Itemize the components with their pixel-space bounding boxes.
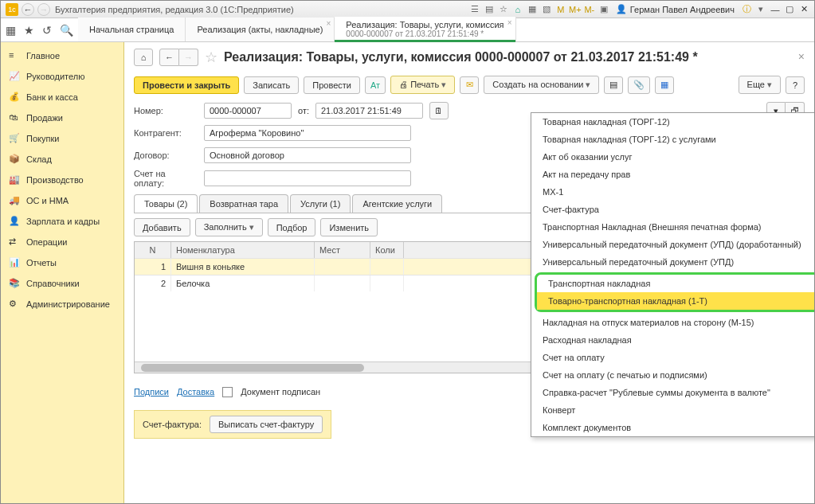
tb-icon-5[interactable]: ▦ (526, 3, 539, 16)
minimize-button[interactable]: — (768, 3, 782, 16)
history-icon[interactable]: ↺ (42, 24, 52, 37)
tb-icon-1[interactable]: ☰ (468, 3, 481, 16)
tb-m-icon[interactable]: M (554, 3, 567, 16)
struct-button[interactable]: ▤ (604, 76, 623, 94)
sidebar-item-admin[interactable]: ⚙Администрирование (1, 294, 123, 315)
col-nom[interactable]: Номенклатура (171, 242, 315, 258)
dd-item-ttn[interactable]: Товарно-транспортная накладная (1-Т) (537, 292, 814, 310)
tab-realization-list[interactable]: Реализация (акты, накладные)× (186, 18, 335, 41)
tb-icon-6[interactable]: ▧ (540, 3, 553, 16)
user-block[interactable]: 👤 Герман Павел Андреевич (616, 4, 735, 14)
dd-item[interactable]: Комплект документов (531, 419, 814, 436)
dd-item[interactable]: Счет на оплату (531, 349, 814, 366)
nav-fwd-icon[interactable]: → (37, 3, 50, 16)
tab-close-icon[interactable]: × (326, 19, 331, 28)
col-mest[interactable]: Мест (315, 242, 370, 258)
sidebar-item-sales[interactable]: 🛍Продажи (1, 107, 123, 128)
schet-input[interactable] (204, 170, 411, 186)
add-row-button[interactable]: Добавить (134, 218, 190, 236)
mail-button[interactable]: ✉ (460, 76, 479, 94)
create-based-button[interactable]: Создать на основании (484, 76, 599, 94)
change-button[interactable]: Изменить (320, 218, 378, 236)
close-button[interactable]: ✕ (797, 3, 811, 16)
date-input[interactable] (315, 103, 423, 119)
tab-close-icon[interactable]: × (507, 18, 512, 27)
dd-item[interactable]: МХ-1 (531, 183, 814, 201)
tb-mminus-icon[interactable]: M- (583, 3, 596, 16)
sidebar-item-purchases[interactable]: 🛒Покупки (1, 128, 123, 149)
print-dropdown-button[interactable]: 🖨 Печать (390, 76, 455, 94)
tab-services[interactable]: Услуги (1) (290, 194, 351, 213)
tb-mplus-icon[interactable]: M+ (569, 3, 582, 16)
sidebar-item-operations[interactable]: ⇄Операции (1, 232, 123, 252)
sidebar-item-reports[interactable]: 📊Отчеты (1, 252, 123, 273)
sidebar-item-catalogs[interactable]: 📚Справочники (1, 273, 123, 294)
tb-icon-7[interactable]: ▣ (598, 3, 610, 16)
post-and-close-button[interactable]: Провести и закрыть (134, 76, 239, 94)
contragent-input[interactable] (204, 125, 411, 141)
back-button[interactable]: ← (159, 49, 179, 66)
tb-icon-2[interactable]: ▤ (483, 3, 496, 16)
more-button[interactable]: Еще (739, 76, 781, 94)
help-button[interactable]: ? (786, 76, 805, 94)
tb-icon-4[interactable]: ⌂ (511, 3, 524, 16)
dd-item[interactable]: Товарная накладная (ТОРГ-12) с услугами (531, 131, 814, 148)
page-close-icon[interactable]: × (798, 50, 805, 63)
tb-icon-3[interactable]: ☆ (497, 3, 510, 16)
dd-item[interactable]: Счет-фактура (531, 201, 814, 218)
dd-item[interactable]: Накладная на отпуск материалов на сторон… (531, 314, 814, 331)
tab-goods[interactable]: Товары (2) (134, 194, 198, 213)
dd-item[interactable]: Акт на передачу прав (531, 166, 814, 183)
dd-item[interactable]: Справка-расчет "Рублевые суммы документа… (531, 384, 814, 401)
post-button[interactable]: Провести (304, 76, 360, 94)
dd-item[interactable]: Транспортная Накладная (Внешняя печатная… (531, 218, 814, 236)
search-icon[interactable]: 🔍 (60, 24, 73, 37)
attach-button[interactable]: 📎 (628, 76, 650, 94)
tab-tara[interactable]: Возвратная тара (199, 194, 288, 213)
list-button[interactable]: ▦ (655, 76, 674, 94)
favorite-icon[interactable]: ☆ (205, 49, 217, 66)
star-icon[interactable]: ★ (24, 24, 34, 37)
tab-label: Начальная страница (89, 25, 174, 34)
number-input[interactable] (204, 103, 292, 119)
dd-item[interactable]: Товарная накладная (ТОРГ-12) (531, 113, 814, 131)
dd-item[interactable]: Счет на оплату (с печатью и подписями) (531, 366, 814, 384)
sidebar-item-warehouse[interactable]: 📦Склад (1, 149, 123, 170)
maximize-button[interactable]: ▢ (782, 3, 797, 16)
doc-signed-checkbox[interactable] (222, 387, 233, 397)
movements-button[interactable]: Ат (365, 76, 386, 94)
dd-item[interactable]: Расходная накладная (531, 331, 814, 349)
scroll-thumb[interactable] (141, 364, 364, 372)
forward-button[interactable]: → (179, 49, 198, 66)
dd-item[interactable]: Акт об оказании услуг (531, 148, 814, 166)
tab-agent[interactable]: Агентские услуги (352, 194, 442, 213)
home-button[interactable]: ⌂ (134, 49, 153, 66)
tab-home[interactable]: Начальная страница (78, 18, 186, 41)
sign-link[interactable]: Подписи (134, 387, 169, 397)
num-label: Номер: (134, 106, 198, 115)
sf-create-button[interactable]: Выписать счет-фактуру (210, 416, 323, 433)
nav-back-icon[interactable]: ← (22, 3, 34, 16)
write-button[interactable]: Записать (244, 76, 299, 94)
dd-item[interactable]: Универсальный передаточный документ (УПД… (531, 236, 814, 253)
dogovor-input[interactable] (204, 147, 411, 163)
col-n[interactable]: N (135, 242, 171, 258)
calendar-button[interactable]: 🗓 (429, 102, 449, 119)
fill-button[interactable]: Заполнить (195, 218, 263, 236)
dd-item[interactable]: Универсальный передаточный документ (УПД… (531, 253, 814, 271)
sidebar-item-salary[interactable]: 👤Зарплата и кадры (1, 211, 123, 232)
delivery-link[interactable]: Доставка (177, 387, 214, 397)
dropdown-icon[interactable]: ▾ (754, 3, 767, 16)
dd-item[interactable]: Конверт (531, 401, 814, 419)
select-button[interactable]: Подбор (268, 218, 316, 236)
tab-realization-doc[interactable]: Реализация: Товары, услуги, комиссия 000… (335, 17, 515, 41)
sidebar-item-production[interactable]: 🏭Производство (1, 170, 123, 190)
sidebar-item-manager[interactable]: 📈Руководителю (1, 66, 123, 87)
sidebar-item-assets[interactable]: 🚚ОС и НМА (1, 190, 123, 211)
sidebar-item-bank[interactable]: 💰Банк и касса (1, 87, 123, 107)
sidebar-item-main[interactable]: ≡Главное (1, 45, 123, 66)
info-icon[interactable]: ⓘ (740, 3, 753, 16)
col-koli[interactable]: Коли (370, 242, 404, 258)
apps-icon[interactable]: ▦ (6, 24, 16, 37)
dd-item-transport[interactable]: Транспортная накладная (537, 275, 814, 292)
